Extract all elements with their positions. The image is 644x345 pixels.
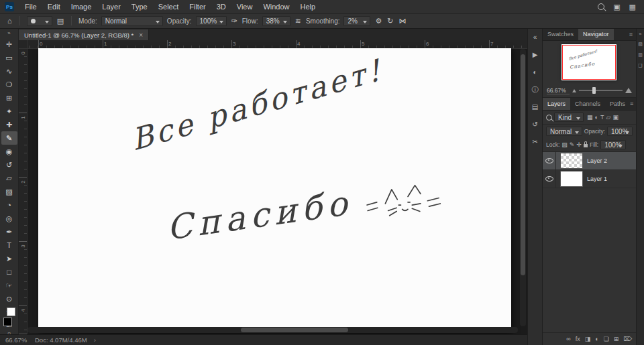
visibility-toggle[interactable] [543,152,556,169]
ruler-origin-corner[interactable] [19,40,28,49]
paint-symmetry-icon[interactable]: ⋈ [398,17,407,25]
menu-edit[interactable]: Edit [42,0,66,13]
navigator-preview[interactable]: Все работает! Спасибо [561,44,616,80]
smoothing-options-gear-icon[interactable]: ⚙ [374,17,382,25]
close-tab-icon[interactable]: × [139,31,143,39]
blur-tool[interactable]: ◔ [1,198,17,212]
horizontal-scrollbar-thumb[interactable] [241,328,348,332]
lasso-tool[interactable]: ∿ [1,64,17,78]
smart-object-filter-icon[interactable]: ▣ [612,114,619,121]
collapse-dock-icon[interactable]: « [533,32,537,43]
zoom-out-icon[interactable] [572,89,576,92]
filter-kind-select[interactable]: Kind [554,113,584,122]
marquee-tool[interactable]: ▭ [1,51,17,64]
workspace-icon[interactable]: ▣ [613,3,620,11]
tab-swatches[interactable]: Swatches [543,28,578,40]
vertical-ruler[interactable]: 01234 [19,49,28,334]
pixel-layer-filter-icon[interactable]: ▦ [587,114,593,121]
history-panel-icon[interactable]: ↺ [532,119,537,130]
zoom-tool[interactable]: ⊙ [1,292,17,305]
fill-field[interactable]: 100% [600,140,626,149]
brush-angle-icon[interactable]: ↻ [386,17,394,25]
canvas[interactable]: Все работает! Спасибо [38,48,511,333]
layer-row[interactable]: Layer 2 [543,152,636,170]
mode-select[interactable]: Normal [101,16,163,26]
brush-settings-toggle-icon[interactable]: ▤ [56,17,64,25]
tab-channels[interactable]: Channels [570,98,605,110]
scissors-icon[interactable]: ✂ [532,137,537,147]
search-icon[interactable] [598,3,604,10]
zoom-level-field[interactable]: 66.67% [5,336,28,344]
type-tool[interactable]: T [1,238,17,252]
lock-all-icon[interactable] [584,144,588,147]
panel-menu-icon[interactable]: ≡ [629,28,636,40]
tab-navigator[interactable]: Navigator [578,28,614,40]
background-color-swatch[interactable] [7,307,15,316]
info-panel-icon[interactable]: ⓘ [532,84,539,95]
clone-stamp-tool[interactable]: ◉ [1,145,17,158]
search-icon[interactable] [546,115,552,121]
zoom-in-icon[interactable] [625,88,632,93]
zoom-slider[interactable] [579,90,623,91]
delete-layer-icon[interactable]: ⌦ [623,336,632,342]
adjustments-panel-icon[interactable]: ◐ [533,67,537,78]
rectangle-tool[interactable]: □ [1,265,17,279]
patterns-panel-icon[interactable]: ❑ [638,63,642,68]
new-layer-icon[interactable]: ⊞ [614,336,619,342]
photoshop-logo[interactable]: Ps [5,2,14,11]
path-selection-tool[interactable]: ➤ [1,252,17,265]
dodge-tool[interactable]: ◎ [1,212,17,225]
smoothing-select[interactable]: 2% [343,16,370,26]
eyedropper-tool[interactable]: ✦ [1,105,17,118]
menu-3d[interactable]: 3D [211,0,231,13]
menu-select[interactable]: Select [153,0,184,13]
menu-image[interactable]: Image [66,0,97,13]
gradients-panel-icon[interactable]: ▥ [638,52,643,58]
toolbar-collapse-icon[interactable]: » [7,29,10,38]
adjustment-layer-icon[interactable]: ◐ [595,336,598,342]
properties-panel-icon[interactable]: ▤ [532,102,538,113]
adjustment-layer-filter-icon[interactable]: ◐ [595,114,598,121]
layer-group-icon[interactable]: ❏ [604,336,609,342]
actions-panel-icon[interactable]: ▶ [533,50,538,60]
menu-view[interactable]: View [231,0,258,13]
lock-image-icon[interactable]: ✎ [570,141,575,148]
vertical-scrollbar[interactable] [520,49,526,326]
airbrush-icon[interactable]: ≋ [294,17,302,25]
history-brush-tool[interactable]: ↺ [1,158,17,171]
eraser-tool[interactable]: ▱ [1,171,17,185]
type-layer-filter-icon[interactable]: T [600,114,604,121]
menu-help[interactable]: Help [295,0,321,13]
shape-layer-filter-icon[interactable]: ▱ [606,114,610,121]
navigator-view-box[interactable] [562,45,616,80]
expand-dock-icon[interactable]: « [639,31,642,36]
menu-file[interactable]: File [19,0,42,13]
flow-select[interactable]: 38% [262,16,290,26]
healing-brush-tool[interactable]: ✚ [1,118,17,131]
color-panel-icon[interactable]: ▧ [638,42,643,47]
zoom-slider-thumb[interactable] [592,87,596,94]
vertical-scrollbar-thumb[interactable] [521,54,525,275]
pressure-opacity-icon[interactable]: ✑ [231,17,238,25]
menu-filter[interactable]: Filter [184,0,211,13]
move-tool[interactable]: ✛ [1,38,17,51]
menu-window[interactable]: Window [258,0,294,13]
layer-row[interactable]: Layer 1 [543,170,636,188]
lock-position-icon[interactable]: ✛ [576,141,582,148]
arrange-icon[interactable]: ▦ [629,3,636,11]
foreground-color-swatch[interactable] [3,318,12,326]
tab-paths[interactable]: Paths [605,98,630,110]
blend-mode-select[interactable]: Normal [546,127,582,136]
brush-preset-picker[interactable] [27,16,52,26]
menu-layer[interactable]: Layer [97,0,126,13]
crop-tool[interactable]: ⊞ [1,91,17,105]
visibility-toggle[interactable] [543,170,556,188]
horizontal-scrollbar[interactable] [28,327,518,333]
brush-tool[interactable]: ✎ [1,131,17,145]
layer-thumbnail[interactable] [560,153,583,169]
link-layers-icon[interactable]: ∞ [566,336,570,342]
pen-tool[interactable]: ✒ [1,225,17,238]
layer-opacity-field[interactable]: 100% [607,127,633,136]
quick-selection-tool[interactable]: ❍ [1,78,17,91]
gradient-tool[interactable]: ▨ [1,185,17,198]
